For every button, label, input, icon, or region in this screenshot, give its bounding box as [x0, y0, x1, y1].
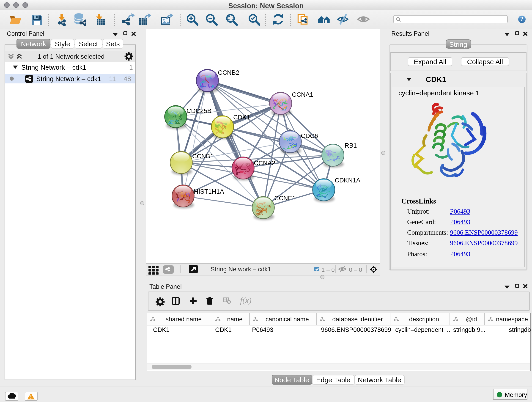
svg-text:CDKN1A: CDKN1A: [335, 177, 360, 184]
svg-text:CCNE1: CCNE1: [274, 194, 296, 201]
svg-text:CDC6: CDC6: [301, 132, 318, 139]
svg-text:HIST1H1A: HIST1H1A: [194, 188, 224, 195]
svg-text:CCNB2: CCNB2: [218, 69, 239, 76]
svg-text:CDC25B: CDC25B: [186, 107, 211, 114]
svg-text:CCNA2: CCNA2: [254, 159, 275, 166]
svg-text:CCNB1: CCNB1: [192, 153, 214, 160]
svg-text:CCNA1: CCNA1: [292, 91, 313, 98]
svg-text:CDK1: CDK1: [233, 114, 250, 121]
svg-text:RB1: RB1: [344, 142, 357, 149]
